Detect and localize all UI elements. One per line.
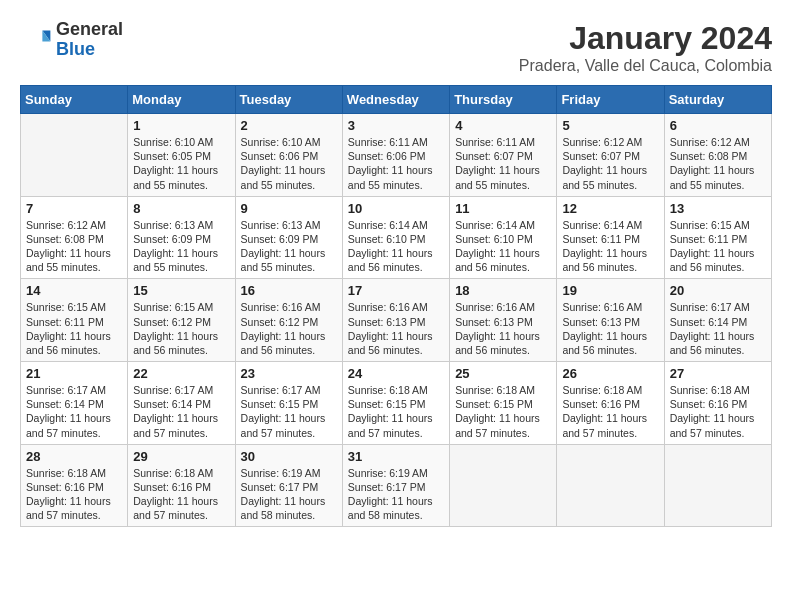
header-row: SundayMondayTuesdayWednesdayThursdayFrid…	[21, 86, 772, 114]
day-info: Sunrise: 6:15 AMSunset: 6:11 PMDaylight:…	[26, 300, 122, 357]
day-cell: 4Sunrise: 6:11 AMSunset: 6:07 PMDaylight…	[450, 114, 557, 197]
day-number: 27	[670, 366, 766, 381]
day-cell: 6Sunrise: 6:12 AMSunset: 6:08 PMDaylight…	[664, 114, 771, 197]
week-row-1: 1Sunrise: 6:10 AMSunset: 6:05 PMDaylight…	[21, 114, 772, 197]
day-number: 24	[348, 366, 444, 381]
day-info: Sunrise: 6:18 AMSunset: 6:15 PMDaylight:…	[348, 383, 444, 440]
day-number: 28	[26, 449, 122, 464]
day-cell: 14Sunrise: 6:15 AMSunset: 6:11 PMDayligh…	[21, 279, 128, 362]
day-number: 26	[562, 366, 658, 381]
day-cell: 9Sunrise: 6:13 AMSunset: 6:09 PMDaylight…	[235, 196, 342, 279]
logo-blue-text: Blue	[56, 40, 123, 60]
day-number: 9	[241, 201, 337, 216]
day-cell: 1Sunrise: 6:10 AMSunset: 6:05 PMDaylight…	[128, 114, 235, 197]
day-number: 14	[26, 283, 122, 298]
day-info: Sunrise: 6:11 AMSunset: 6:07 PMDaylight:…	[455, 135, 551, 192]
day-number: 10	[348, 201, 444, 216]
day-cell: 23Sunrise: 6:17 AMSunset: 6:15 PMDayligh…	[235, 362, 342, 445]
week-row-3: 14Sunrise: 6:15 AMSunset: 6:11 PMDayligh…	[21, 279, 772, 362]
day-cell: 30Sunrise: 6:19 AMSunset: 6:17 PMDayligh…	[235, 444, 342, 527]
day-number: 1	[133, 118, 229, 133]
day-number: 30	[241, 449, 337, 464]
day-number: 16	[241, 283, 337, 298]
calendar-table: SundayMondayTuesdayWednesdayThursdayFrid…	[20, 85, 772, 527]
week-row-4: 21Sunrise: 6:17 AMSunset: 6:14 PMDayligh…	[21, 362, 772, 445]
day-cell: 2Sunrise: 6:10 AMSunset: 6:06 PMDaylight…	[235, 114, 342, 197]
day-info: Sunrise: 6:18 AMSunset: 6:16 PMDaylight:…	[133, 466, 229, 523]
day-number: 29	[133, 449, 229, 464]
day-number: 15	[133, 283, 229, 298]
title-block: January 2024 Pradera, Valle del Cauca, C…	[519, 20, 772, 75]
day-info: Sunrise: 6:10 AMSunset: 6:05 PMDaylight:…	[133, 135, 229, 192]
day-cell: 26Sunrise: 6:18 AMSunset: 6:16 PMDayligh…	[557, 362, 664, 445]
day-number: 21	[26, 366, 122, 381]
day-info: Sunrise: 6:17 AMSunset: 6:14 PMDaylight:…	[26, 383, 122, 440]
day-number: 6	[670, 118, 766, 133]
week-row-2: 7Sunrise: 6:12 AMSunset: 6:08 PMDaylight…	[21, 196, 772, 279]
day-cell: 28Sunrise: 6:18 AMSunset: 6:16 PMDayligh…	[21, 444, 128, 527]
header-cell-wednesday: Wednesday	[342, 86, 449, 114]
day-info: Sunrise: 6:17 AMSunset: 6:14 PMDaylight:…	[670, 300, 766, 357]
day-info: Sunrise: 6:15 AMSunset: 6:11 PMDaylight:…	[670, 218, 766, 275]
header-cell-saturday: Saturday	[664, 86, 771, 114]
page-header: General Blue January 2024 Pradera, Valle…	[20, 20, 772, 75]
header-cell-thursday: Thursday	[450, 86, 557, 114]
day-info: Sunrise: 6:12 AMSunset: 6:07 PMDaylight:…	[562, 135, 658, 192]
day-cell	[21, 114, 128, 197]
day-cell: 8Sunrise: 6:13 AMSunset: 6:09 PMDaylight…	[128, 196, 235, 279]
day-info: Sunrise: 6:10 AMSunset: 6:06 PMDaylight:…	[241, 135, 337, 192]
day-cell: 5Sunrise: 6:12 AMSunset: 6:07 PMDaylight…	[557, 114, 664, 197]
day-number: 11	[455, 201, 551, 216]
header-cell-friday: Friday	[557, 86, 664, 114]
day-number: 12	[562, 201, 658, 216]
day-info: Sunrise: 6:15 AMSunset: 6:12 PMDaylight:…	[133, 300, 229, 357]
day-cell	[450, 444, 557, 527]
day-cell: 15Sunrise: 6:15 AMSunset: 6:12 PMDayligh…	[128, 279, 235, 362]
day-info: Sunrise: 6:14 AMSunset: 6:10 PMDaylight:…	[455, 218, 551, 275]
day-cell: 27Sunrise: 6:18 AMSunset: 6:16 PMDayligh…	[664, 362, 771, 445]
day-cell: 12Sunrise: 6:14 AMSunset: 6:11 PMDayligh…	[557, 196, 664, 279]
day-cell: 11Sunrise: 6:14 AMSunset: 6:10 PMDayligh…	[450, 196, 557, 279]
day-cell: 21Sunrise: 6:17 AMSunset: 6:14 PMDayligh…	[21, 362, 128, 445]
header-cell-monday: Monday	[128, 86, 235, 114]
day-info: Sunrise: 6:18 AMSunset: 6:16 PMDaylight:…	[562, 383, 658, 440]
day-number: 2	[241, 118, 337, 133]
day-cell: 29Sunrise: 6:18 AMSunset: 6:16 PMDayligh…	[128, 444, 235, 527]
day-cell	[664, 444, 771, 527]
day-info: Sunrise: 6:17 AMSunset: 6:15 PMDaylight:…	[241, 383, 337, 440]
week-row-5: 28Sunrise: 6:18 AMSunset: 6:16 PMDayligh…	[21, 444, 772, 527]
day-cell: 17Sunrise: 6:16 AMSunset: 6:13 PMDayligh…	[342, 279, 449, 362]
day-number: 17	[348, 283, 444, 298]
day-info: Sunrise: 6:19 AMSunset: 6:17 PMDaylight:…	[241, 466, 337, 523]
header-cell-tuesday: Tuesday	[235, 86, 342, 114]
day-number: 19	[562, 283, 658, 298]
day-cell: 16Sunrise: 6:16 AMSunset: 6:12 PMDayligh…	[235, 279, 342, 362]
day-info: Sunrise: 6:13 AMSunset: 6:09 PMDaylight:…	[133, 218, 229, 275]
day-number: 13	[670, 201, 766, 216]
day-cell: 24Sunrise: 6:18 AMSunset: 6:15 PMDayligh…	[342, 362, 449, 445]
day-number: 8	[133, 201, 229, 216]
day-info: Sunrise: 6:17 AMSunset: 6:14 PMDaylight:…	[133, 383, 229, 440]
day-cell: 31Sunrise: 6:19 AMSunset: 6:17 PMDayligh…	[342, 444, 449, 527]
day-number: 3	[348, 118, 444, 133]
day-number: 5	[562, 118, 658, 133]
day-cell: 22Sunrise: 6:17 AMSunset: 6:14 PMDayligh…	[128, 362, 235, 445]
day-info: Sunrise: 6:18 AMSunset: 6:15 PMDaylight:…	[455, 383, 551, 440]
day-info: Sunrise: 6:19 AMSunset: 6:17 PMDaylight:…	[348, 466, 444, 523]
day-info: Sunrise: 6:16 AMSunset: 6:13 PMDaylight:…	[348, 300, 444, 357]
day-number: 18	[455, 283, 551, 298]
day-cell: 20Sunrise: 6:17 AMSunset: 6:14 PMDayligh…	[664, 279, 771, 362]
day-info: Sunrise: 6:16 AMSunset: 6:13 PMDaylight:…	[455, 300, 551, 357]
day-number: 7	[26, 201, 122, 216]
day-info: Sunrise: 6:16 AMSunset: 6:13 PMDaylight:…	[562, 300, 658, 357]
day-number: 31	[348, 449, 444, 464]
day-info: Sunrise: 6:14 AMSunset: 6:10 PMDaylight:…	[348, 218, 444, 275]
day-info: Sunrise: 6:13 AMSunset: 6:09 PMDaylight:…	[241, 218, 337, 275]
day-cell: 13Sunrise: 6:15 AMSunset: 6:11 PMDayligh…	[664, 196, 771, 279]
day-number: 22	[133, 366, 229, 381]
day-info: Sunrise: 6:11 AMSunset: 6:06 PMDaylight:…	[348, 135, 444, 192]
day-info: Sunrise: 6:12 AMSunset: 6:08 PMDaylight:…	[670, 135, 766, 192]
day-number: 25	[455, 366, 551, 381]
day-info: Sunrise: 6:16 AMSunset: 6:12 PMDaylight:…	[241, 300, 337, 357]
day-cell: 10Sunrise: 6:14 AMSunset: 6:10 PMDayligh…	[342, 196, 449, 279]
